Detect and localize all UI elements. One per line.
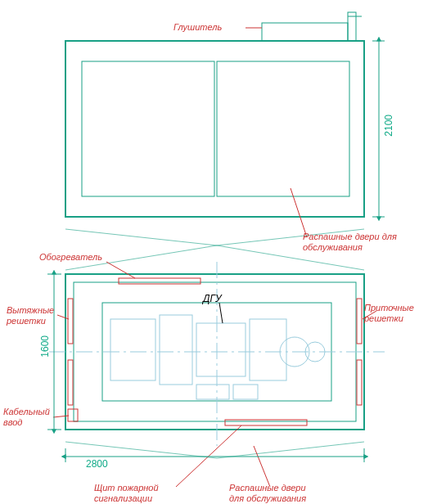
- label-intake-grilles: Приточные решетки: [364, 303, 414, 324]
- svg-rect-27: [225, 420, 307, 425]
- svg-rect-26: [119, 278, 200, 284]
- svg-rect-16: [110, 319, 155, 380]
- svg-rect-15: [102, 303, 331, 401]
- label-heater: Обогреватель: [39, 252, 102, 263]
- svg-rect-17: [160, 315, 192, 385]
- svg-rect-30: [357, 299, 362, 344]
- svg-rect-32: [68, 409, 78, 421]
- dim-width: 2800: [86, 458, 108, 470]
- label-fire-panel: Щит пожарной сигнализации: [94, 483, 159, 504]
- dim-height: 2100: [383, 115, 394, 137]
- svg-point-20: [280, 337, 309, 367]
- svg-rect-0: [65, 41, 364, 217]
- label-dgu: ДГУ: [203, 293, 222, 304]
- svg-rect-19: [250, 319, 286, 380]
- svg-line-34: [217, 442, 364, 458]
- svg-rect-4: [348, 12, 356, 41]
- label-swing-doors-bottom: Распашные двери для обслуживания: [229, 483, 306, 504]
- svg-rect-2: [217, 61, 349, 196]
- svg-point-21: [305, 342, 325, 362]
- label-cable-entry: Кабельный ввод: [3, 407, 50, 428]
- drawing-page: Глушитель Распашные двери для обслуживан…: [0, 0, 437, 504]
- svg-rect-1: [82, 61, 214, 196]
- label-swing-doors-top: Распашные двери для обслуживания: [303, 232, 437, 253]
- svg-rect-3: [262, 23, 348, 41]
- svg-rect-31: [357, 360, 362, 405]
- label-exhaust-grilles: Вытяжные решетки: [7, 305, 54, 326]
- svg-rect-29: [68, 360, 73, 405]
- dim-depth: 1600: [39, 335, 51, 358]
- svg-rect-28: [68, 299, 73, 344]
- svg-line-33: [65, 442, 217, 458]
- svg-rect-22: [196, 385, 229, 399]
- svg-line-9: [65, 229, 217, 245]
- label-muffler: Глушитель: [173, 22, 222, 33]
- svg-rect-18: [196, 323, 246, 376]
- svg-rect-23: [233, 385, 258, 399]
